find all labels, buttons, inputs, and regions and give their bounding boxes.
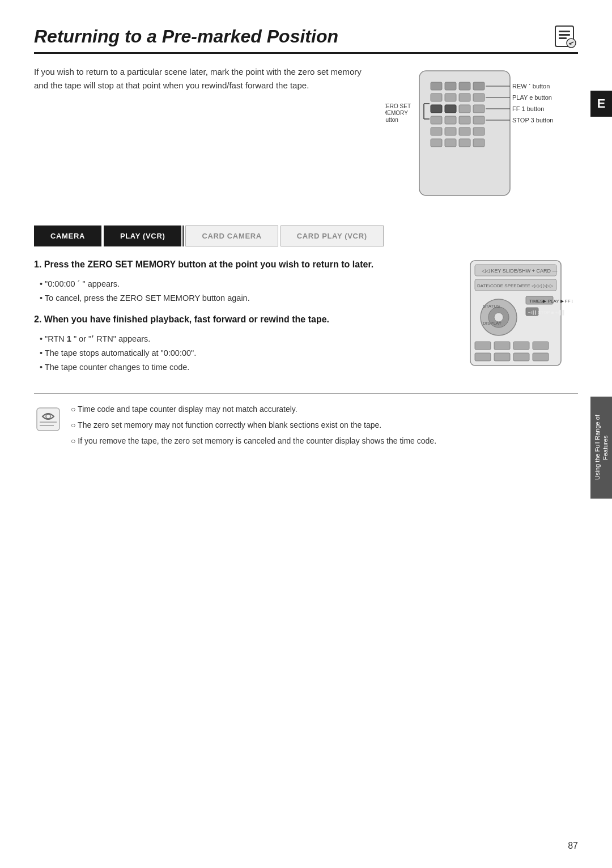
svg-rect-67 — [533, 353, 549, 361]
svg-rect-10 — [459, 82, 470, 90]
note-3: If you remove the tape, the zero set mem… — [71, 435, 578, 448]
main-content: 1. Press the ZERO SET MEMORY button at t… — [34, 258, 578, 382]
step-2-bullet-3: The tape counter changes to time code. — [40, 360, 453, 375]
svg-text:FF 1     button: FF 1 button — [512, 105, 544, 112]
svg-text:◁◁ KEY  SLIDE/SHW  + CARD —: ◁◁ KEY SLIDE/SHW + CARD — — [482, 268, 558, 274]
svg-text:MEMORY: MEMORY — [385, 110, 408, 116]
svg-rect-11 — [473, 82, 484, 90]
step-1-bullets: "0:00:00 ´ " appears. To cancel, press t… — [40, 277, 453, 305]
right-tab-letter: E — [597, 96, 606, 111]
svg-text:DISPLAY: DISPLAY — [483, 321, 502, 326]
svg-rect-16 — [431, 105, 442, 113]
tab-card-play-vcr[interactable]: CARD PLAY (VCR) — [280, 225, 384, 246]
right-sidebar: Using the Full Range of Features — [590, 397, 612, 499]
svg-rect-64 — [475, 353, 491, 361]
step-1-bullet-1: "0:00:00 ´ " appears. — [40, 277, 453, 291]
tab-divider — [182, 225, 184, 246]
svg-rect-18 — [459, 105, 470, 113]
svg-rect-24 — [431, 127, 442, 135]
step-1-heading: 1. Press the ZERO SET MEMORY button at t… — [34, 258, 453, 271]
svg-rect-12 — [431, 93, 442, 101]
svg-rect-31 — [473, 139, 484, 147]
content-left: 1. Press the ZERO SET MEMORY button at t… — [34, 258, 453, 382]
svg-rect-63 — [533, 342, 549, 350]
step-2-bullet-1: "RTN 1 " or "ʼ RTN" appears. — [40, 332, 453, 346]
svg-text:TIMES▶  PLAY ▶  FF ▷▷: TIMES▶ PLAY ▶ FF ▷▷ — [529, 299, 572, 304]
notes-section: Time code and tape counter display may n… — [34, 393, 578, 450]
remote-2: ◁◁ KEY SLIDE/SHW + CARD — DATE/CODE SPEE… — [465, 258, 578, 382]
svg-rect-61 — [494, 342, 510, 350]
svg-text:REW ʼ    button: REW ʼ button — [512, 83, 550, 90]
step-2-bullet-2: The tape stops automatically at "0:00:00… — [40, 346, 453, 360]
svg-rect-27 — [473, 127, 484, 135]
svg-rect-28 — [431, 139, 442, 147]
svg-rect-66 — [513, 353, 529, 361]
svg-rect-9 — [445, 82, 456, 90]
svg-rect-1 — [559, 31, 570, 32]
svg-rect-8 — [431, 82, 442, 90]
intro-section: If you wish to return to a particular sc… — [34, 65, 578, 214]
svg-text:−/∥∥   STOP ■   +/▌▌: −/∥∥ STOP ■ +/▌▌ — [528, 309, 566, 316]
svg-rect-20 — [431, 116, 442, 124]
svg-rect-21 — [445, 116, 456, 124]
note-1: Time code and tape counter display may n… — [71, 403, 578, 416]
svg-rect-3 — [559, 37, 567, 39]
svg-rect-65 — [494, 353, 510, 361]
svg-rect-15 — [473, 93, 484, 101]
svg-rect-29 — [445, 139, 456, 147]
svg-rect-60 — [475, 342, 491, 350]
intro-text: If you wish to return to a particular sc… — [34, 65, 368, 92]
note-2: The zero set memory may not function cor… — [71, 419, 578, 432]
svg-rect-17 — [445, 105, 456, 113]
tab-play-vcr[interactable]: PLAY (VCR) — [104, 225, 181, 246]
svg-text:STOP 3 button: STOP 3 button — [512, 117, 553, 124]
step-1: 1. Press the ZERO SET MEMORY button at t… — [34, 258, 453, 305]
step-2: 2. When you have finished playback, fast… — [34, 313, 453, 374]
svg-text:DATE/CODE  SPEED/EEE  ◁◁◁  ▷▷▷: DATE/CODE SPEED/EEE ◁◁◁ ▷▷▷ — [477, 283, 554, 288]
svg-text:PLAY e button: PLAY e button — [512, 94, 552, 101]
svg-rect-25 — [445, 127, 456, 135]
remote-control: REW ʼ button PLAY e button FF 1 button S… — [385, 65, 578, 214]
svg-text:STATUS: STATUS — [483, 304, 500, 309]
svg-rect-26 — [459, 127, 470, 135]
page-number: 87 — [568, 841, 578, 851]
page-title: Returning to a Pre-marked Position — [34, 26, 545, 47]
svg-rect-13 — [445, 93, 456, 101]
notes-icon — [34, 405, 62, 435]
svg-text:button: button — [385, 117, 398, 123]
tab-camera[interactable]: CAMERA — [34, 225, 101, 246]
step-1-bullet-2: To cancel, press the ZERO SET MEMORY but… — [40, 291, 453, 305]
step-2-bullets: "RTN 1 " or "ʼ RTN" appears. The tape st… — [40, 332, 453, 374]
title-divider — [34, 52, 578, 54]
title-section: Returning to a Pre-marked Position — [34, 23, 578, 50]
right-sidebar-text: Using the Full Range of Features — [593, 408, 610, 487]
svg-rect-62 — [513, 342, 529, 350]
svg-rect-23 — [473, 116, 484, 124]
notes-content: Time code and tape counter display may n… — [71, 403, 578, 450]
title-icon — [551, 23, 578, 50]
svg-rect-2 — [559, 34, 570, 36]
svg-rect-19 — [473, 105, 484, 113]
step-2-heading: 2. When you have finished playback, fast… — [34, 313, 453, 326]
tab-bar: CAMERA PLAY (VCR) CARD CAMERA CARD PLAY … — [34, 225, 578, 246]
tab-card-camera[interactable]: CARD CAMERA — [185, 225, 278, 246]
svg-rect-30 — [459, 139, 470, 147]
svg-text:ZERO SET: ZERO SET — [385, 103, 411, 109]
svg-rect-22 — [459, 116, 470, 124]
right-tab-e: E — [590, 91, 612, 117]
svg-rect-14 — [459, 93, 470, 101]
